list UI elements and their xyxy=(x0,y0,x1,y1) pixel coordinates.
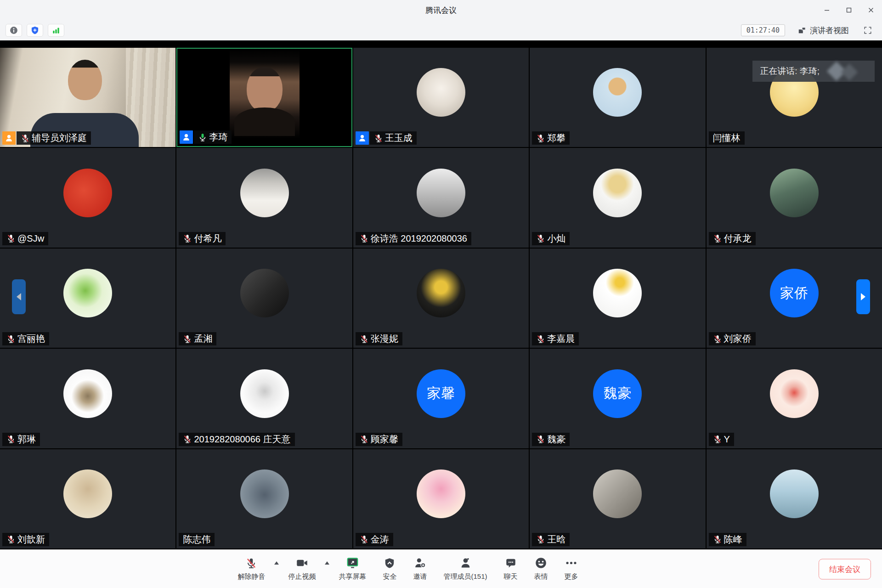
participant-tile[interactable]: @SJw xyxy=(0,148,175,247)
participant-name: 刘歆新 xyxy=(17,533,45,546)
stop-video-icon xyxy=(296,557,308,569)
nameplate: 魏豪 xyxy=(532,433,570,446)
mic-muted-icon xyxy=(713,435,722,444)
name-label: 辅导员刘泽庭 xyxy=(17,131,91,145)
participant-tile[interactable]: 李嘉晨 xyxy=(530,249,705,348)
minimize-button[interactable] xyxy=(816,0,838,20)
participant-tile[interactable]: 宫丽艳 xyxy=(0,249,175,348)
mic-muted-icon xyxy=(374,134,383,143)
name-label: 刘家侨 xyxy=(709,332,756,345)
invite-icon xyxy=(414,557,426,569)
nameplate: 孟湘 xyxy=(179,332,216,345)
name-label: 刘歆新 xyxy=(2,533,49,546)
mic-muted-icon xyxy=(6,535,16,544)
toolbar-manage-members-button[interactable]: 管理成员(151) xyxy=(435,557,495,581)
participant-name: 刘家侨 xyxy=(724,333,752,345)
toolbar-share-screen-button[interactable]: 共享屏幕 xyxy=(330,557,374,581)
name-label: 陈峰 xyxy=(709,533,746,546)
participant-tile[interactable]: Y xyxy=(707,349,882,448)
role-badge-icon xyxy=(2,131,16,145)
fullscreen-icon xyxy=(864,26,872,34)
nameplate: 小灿 xyxy=(532,232,570,245)
role-badge-icon xyxy=(180,130,193,144)
participant-tile[interactable]: 郑攀 xyxy=(530,48,705,147)
participant-tile[interactable]: 徐诗浩 2019202080036 xyxy=(353,148,529,247)
participant-name: 王玉成 xyxy=(385,132,413,144)
nameplate: 金涛 xyxy=(356,533,393,546)
close-button[interactable] xyxy=(860,0,882,20)
participant-tile[interactable]: 张漫妮 xyxy=(353,249,529,348)
fullscreen-button[interactable] xyxy=(864,26,872,34)
person-head xyxy=(68,60,102,100)
mic-muted-icon xyxy=(360,234,369,243)
participant-tile[interactable]: 辅导员刘泽庭 xyxy=(0,48,175,147)
manage-members-icon xyxy=(459,557,472,569)
meeting-topbar: 01:27:40 演讲者视图 xyxy=(0,20,882,40)
participant-tile[interactable]: 家馨顾家馨 xyxy=(353,349,529,448)
participant-name: 孟湘 xyxy=(194,333,212,345)
participant-tile[interactable]: 付希凡 xyxy=(176,148,352,247)
avatar: 家馨 xyxy=(417,369,465,418)
name-label: 李琦 xyxy=(194,130,232,144)
avatar xyxy=(63,169,112,217)
toolbar-emoji-button[interactable]: 表情 xyxy=(526,557,556,581)
person-face xyxy=(247,67,283,112)
security-shield-button[interactable] xyxy=(27,24,43,37)
more-icon xyxy=(565,557,577,569)
participant-tile[interactable]: 金涛 xyxy=(353,449,529,548)
nameplate: 陈峰 xyxy=(709,533,746,546)
toolbar-stop-video-button[interactable]: 停止视频 xyxy=(280,557,324,581)
participant-name: 辅导员刘泽庭 xyxy=(32,132,87,144)
toolbar-more-button[interactable]: 更多 xyxy=(556,557,587,581)
participant-tile[interactable]: 陈志伟 xyxy=(176,449,352,548)
toolbar-buttons: 解除静音停止视频共享屏幕安全邀请管理成员(151)聊天表情更多 xyxy=(229,557,586,581)
participant-tile[interactable]: 付承龙 xyxy=(707,148,882,247)
mic-muted-icon xyxy=(360,435,369,444)
nameplate: 付希凡 xyxy=(179,232,226,245)
avatar: 家侨 xyxy=(770,269,819,317)
participant-tile[interactable]: 刘歆新 xyxy=(0,449,175,548)
toolbar-security-button[interactable]: 安全 xyxy=(374,557,405,581)
meeting-timer: 01:27:40 xyxy=(741,24,785,36)
maximize-button[interactable] xyxy=(838,0,860,20)
nameplate: 宫丽艳 xyxy=(2,332,49,345)
topbar-left xyxy=(6,24,69,37)
speaker-view-button[interactable]: 演讲者视图 xyxy=(798,25,849,36)
avatar xyxy=(593,269,642,317)
window-controls xyxy=(816,0,882,20)
name-label: 顾家馨 xyxy=(356,433,402,446)
participant-tile[interactable]: 陈峰 xyxy=(707,449,882,548)
participant-tile[interactable]: 魏豪魏豪 xyxy=(530,349,705,448)
end-meeting-button[interactable]: 结束会议 xyxy=(819,559,871,579)
next-page-button[interactable] xyxy=(856,279,870,314)
nameplate: 刘歆新 xyxy=(2,533,49,546)
meeting-info-button[interactable] xyxy=(6,24,22,37)
participant-tile[interactable]: 王玉成 xyxy=(353,48,529,147)
participant-tile[interactable]: 李琦 xyxy=(176,48,352,147)
toolbar-unmute-button[interactable]: 解除静音 xyxy=(229,557,273,581)
name-label: 闫懂林 xyxy=(709,131,745,145)
avatar xyxy=(593,469,642,518)
participant-name: 张漫妮 xyxy=(371,333,398,345)
participant-name: 王晗 xyxy=(547,533,565,546)
participant-tile[interactable]: 王晗 xyxy=(530,449,705,548)
nameplate: 闫懂林 xyxy=(709,131,745,145)
name-label: 孟湘 xyxy=(179,332,216,345)
participant-tile[interactable]: 小灿 xyxy=(530,148,705,247)
name-label: 王玉成 xyxy=(370,131,417,145)
prev-page-button[interactable] xyxy=(12,279,26,314)
avatar xyxy=(63,469,112,518)
mic-muted-icon xyxy=(536,134,545,143)
toolbar-stop-video-caret[interactable] xyxy=(324,557,330,569)
toolbar-unmute-caret[interactable] xyxy=(273,557,280,569)
participant-name: 魏豪 xyxy=(547,433,565,446)
participant-grid: 辅导员刘泽庭李琦王玉成郑攀闫懂林@SJw付希凡徐诗浩 2019202080036… xyxy=(0,48,882,548)
nameplate: 顾家馨 xyxy=(356,433,402,446)
toolbar-invite-button[interactable]: 邀请 xyxy=(405,557,435,581)
participant-tile[interactable]: 孟湘 xyxy=(176,249,352,348)
participant-tile[interactable]: 家侨刘家侨 xyxy=(707,249,882,348)
network-signal-button[interactable] xyxy=(48,24,64,37)
participant-tile[interactable]: 2019282080066 庄天意 xyxy=(176,349,352,448)
toolbar-chat-button[interactable]: 聊天 xyxy=(496,557,526,581)
participant-tile[interactable]: 郭琳 xyxy=(0,349,175,448)
